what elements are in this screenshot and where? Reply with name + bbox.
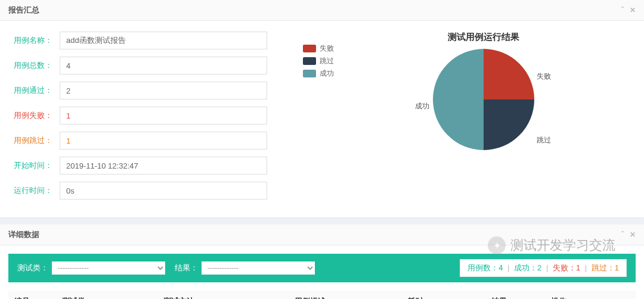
stat-skip-label: 跳过：: [592, 263, 615, 272]
chevron-up-icon[interactable]: ˆ: [621, 231, 624, 239]
input-start-time[interactable]: [60, 157, 267, 175]
summary-body: 用例名称： 用例总数： 用例通过： 用例失败： 用例跳过： 开始时间：: [0, 21, 644, 217]
filter-result-label: 结果：: [175, 263, 198, 273]
filter-result-select[interactable]: -------------: [202, 261, 315, 275]
filter-class-label: 测试类：: [17, 263, 48, 273]
legend-fail-label: 失败: [320, 43, 334, 54]
row-case-total: 用例总数：: [11, 57, 267, 74]
th-method[interactable]: 测试方法: [157, 291, 289, 299]
row-case-pass: 用例通过：: [11, 82, 267, 99]
row-start-time: 开始时间：: [11, 157, 267, 175]
filter-bar: 测试类： ------------- 结果： ------------- 用例数…: [8, 254, 636, 282]
pie-label-skip: 跳过: [537, 135, 551, 145]
table-header-row: 编号 测试类 测试方法 用例描述 耗时 结果 操作: [8, 291, 636, 299]
chart-container: 测试用例运行结果 失败 跳过 成功 ✦ 测试开发学习交流: [334, 32, 633, 207]
legend-fail[interactable]: 失败: [303, 43, 334, 54]
stat-total-value: 4: [499, 263, 503, 272]
label-case-name: 用例名称：: [11, 35, 52, 46]
summary-title: 报告汇总: [8, 5, 39, 15]
filter-class-select[interactable]: -------------: [52, 261, 165, 275]
swatch-skip-icon: [303, 57, 316, 65]
stat-pass-value: 2: [537, 263, 541, 272]
th-id[interactable]: 编号: [8, 291, 56, 299]
input-case-total[interactable]: [60, 57, 267, 74]
close-icon[interactable]: ✕: [630, 231, 636, 239]
separator: |: [507, 263, 509, 272]
detail-panel-tools: ˆ ✕: [621, 231, 636, 239]
chevron-up-icon[interactable]: ˆ: [621, 6, 624, 14]
label-case-skip: 用例跳过：: [11, 135, 52, 146]
th-desc[interactable]: 用例描述: [289, 291, 402, 299]
legend-skip-label: 跳过: [320, 56, 334, 66]
stat-pass-label: 成功：: [514, 263, 537, 272]
pie-wrap: 失败 跳过 成功: [427, 49, 540, 162]
input-run-time[interactable]: [60, 182, 267, 200]
panel-tools: ˆ ✕: [621, 6, 636, 14]
input-case-skip[interactable]: [60, 132, 267, 150]
input-case-pass[interactable]: [60, 82, 267, 99]
summary-panel: 报告汇总 ˆ ✕ 用例名称： 用例总数： 用例通过： 用例失败：: [0, 0, 644, 217]
summary-panel-header: 报告汇总 ˆ ✕: [0, 0, 644, 21]
th-time[interactable]: 耗时: [402, 291, 485, 299]
separator: |: [585, 263, 587, 272]
pie-label-fail: 失败: [537, 71, 551, 82]
label-case-pass: 用例通过：: [11, 85, 52, 96]
chart-legend: 失败 跳过 成功: [285, 32, 334, 207]
stat-total-label: 用例数：: [467, 263, 499, 272]
results-table: 编号 测试类 测试方法 用例描述 耗时 结果 操作 1 TestAddTwo t…: [8, 291, 636, 299]
input-case-name[interactable]: [60, 32, 267, 49]
detail-panel-header: 详细数据 ˆ ✕: [0, 225, 644, 245]
label-case-fail: 用例失败：: [11, 110, 52, 121]
row-case-fail: 用例失败：: [11, 107, 267, 124]
label-run-time: 运行时间：: [11, 185, 52, 196]
swatch-pass-icon: [303, 70, 316, 77]
summary-chart-area: 失败 跳过 成功 测试用例运行结果 失败 跳过 成功: [285, 32, 633, 207]
legend-pass[interactable]: 成功: [303, 68, 334, 79]
separator: |: [546, 263, 548, 272]
input-case-fail[interactable]: [60, 107, 267, 124]
stat-fail-label: 失败：: [553, 263, 576, 272]
stats-box: 用例数：4 | 成功：2 | 失败：1 | 跳过：1: [460, 259, 627, 277]
summary-form: 用例名称： 用例总数： 用例通过： 用例失败： 用例跳过： 开始时间：: [11, 32, 267, 207]
label-case-total: 用例总数：: [11, 60, 52, 71]
th-class[interactable]: 测试类: [56, 291, 157, 299]
pie-chart[interactable]: [433, 49, 534, 150]
stat-fail-value: 1: [576, 263, 580, 272]
legend-skip[interactable]: 跳过: [303, 56, 334, 66]
row-case-name: 用例名称：: [11, 32, 267, 49]
detail-title: 详细数据: [8, 229, 39, 240]
swatch-fail-icon: [303, 45, 316, 52]
label-start-time: 开始时间：: [11, 160, 52, 171]
close-icon[interactable]: ✕: [630, 6, 636, 14]
th-result[interactable]: 结果: [485, 291, 545, 299]
filter-controls: 测试类： ------------- 结果： -------------: [17, 261, 315, 275]
th-action[interactable]: 操作: [545, 291, 636, 299]
legend-pass-label: 成功: [320, 68, 334, 79]
stat-skip-value: 1: [615, 263, 619, 272]
row-run-time: 运行时间：: [11, 182, 267, 200]
chart-title: 测试用例运行结果: [334, 32, 633, 43]
pie-label-pass: 成功: [415, 101, 429, 111]
detail-panel: 详细数据 ˆ ✕ 测试类： ------------- 结果： --------…: [0, 225, 644, 299]
row-case-skip: 用例跳过：: [11, 132, 267, 150]
